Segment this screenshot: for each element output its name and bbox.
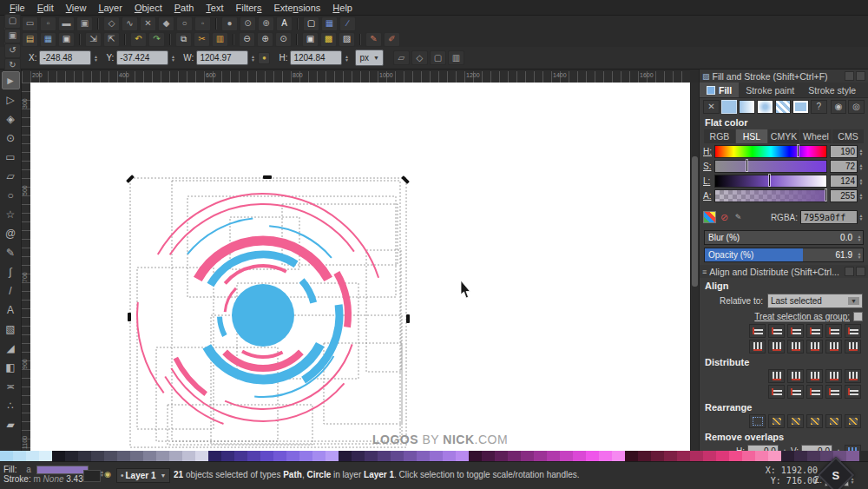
- panel-close-icon[interactable]: [856, 71, 865, 81]
- palette-swatch[interactable]: [104, 451, 117, 461]
- palette-swatch[interactable]: [182, 451, 195, 461]
- palette-swatch[interactable]: [365, 451, 378, 461]
- logo-arc[interactable]: [304, 305, 339, 380]
- opacity-spinner[interactable]: ▲▼: [856, 248, 863, 262]
- snap-object-centers-icon[interactable]: ⊙: [240, 17, 256, 31]
- palette-swatch[interactable]: [664, 451, 677, 461]
- tool-calligraphy[interactable]: /: [2, 281, 20, 300]
- rgba-input[interactable]: [800, 210, 858, 224]
- palette-swatch[interactable]: [456, 451, 469, 461]
- align-right-to-anchor-left-button[interactable]: [749, 324, 766, 338]
- palette-swatch[interactable]: [52, 451, 65, 461]
- palette-swatch[interactable]: [117, 451, 130, 461]
- tool-zoom[interactable]: ⊙: [2, 129, 20, 147]
- tool-pencil[interactable]: ✎: [2, 243, 20, 261]
- horizontal-ruler[interactable]: 2004006008001000120014001600: [22, 71, 690, 83]
- no-paint-button[interactable]: ✕: [703, 100, 720, 114]
- logo-arc[interactable]: [207, 345, 320, 380]
- a-slider[interactable]: [714, 189, 827, 202]
- select-all-icon[interactable]: ▢: [4, 14, 21, 29]
- logo-arc[interactable]: [302, 281, 314, 303]
- palette-swatch[interactable]: [807, 451, 820, 461]
- color-picker-icon[interactable]: ✎: [733, 212, 744, 222]
- h-spinner[interactable]: ▲▼: [858, 144, 865, 159]
- menu-filters[interactable]: Filters: [230, 2, 268, 14]
- logo-center-circle[interactable]: [232, 284, 294, 347]
- logo-arc[interactable]: [220, 317, 225, 336]
- cut-icon[interactable]: ✂: [194, 32, 210, 47]
- unclump-objects-button[interactable]: [845, 414, 861, 428]
- zoom-drawing-icon[interactable]: ⊖: [239, 32, 255, 47]
- distribute-right-edges-button[interactable]: [806, 369, 823, 383]
- tool-rectangle[interactable]: ▭: [2, 148, 20, 166]
- palette-swatch[interactable]: [495, 451, 508, 461]
- palette-swatch[interactable]: [794, 451, 807, 461]
- tool-selector[interactable]: ►: [2, 71, 20, 89]
- palette-swatch[interactable]: [221, 451, 234, 461]
- menu-layer[interactable]: Layer: [92, 2, 128, 14]
- opacity-entry[interactable]: [83, 470, 101, 482]
- mode-tab-hsl[interactable]: HSL: [736, 129, 767, 143]
- panel-float-icon[interactable]: [845, 267, 854, 276]
- tool-spray[interactable]: ∴: [2, 396, 20, 414]
- scrollbar-thumb[interactable]: [692, 156, 698, 287]
- fill-rule-nonzero-icon[interactable]: ◉: [831, 100, 847, 114]
- align-left-edges-button[interactable]: [768, 324, 785, 338]
- menu-extensions[interactable]: Extensions: [268, 2, 327, 14]
- palette-swatch[interactable]: [716, 451, 729, 461]
- palette-swatch[interactable]: [208, 451, 221, 461]
- linear-gradient-button[interactable]: [739, 100, 755, 114]
- tab-stroke-paint[interactable]: Stroke paint: [739, 83, 801, 97]
- palette-swatch[interactable]: [729, 451, 742, 461]
- palette-swatch[interactable]: [781, 451, 794, 461]
- snap-cusp-nodes-icon[interactable]: ◆: [158, 17, 174, 31]
- selection-handle[interactable]: [401, 175, 410, 184]
- relative-to-select[interactable]: Last selected ▼: [767, 294, 863, 308]
- tab-stroke-style[interactable]: Stroke style: [801, 83, 863, 97]
- exchange-in-selection-order-button[interactable]: [768, 414, 785, 428]
- copy-icon[interactable]: ⧉: [175, 32, 192, 47]
- palette-swatch[interactable]: [417, 451, 430, 461]
- palette-swatch[interactable]: [247, 451, 260, 461]
- a-value-input[interactable]: [830, 189, 858, 202]
- palette-swatch[interactable]: [521, 451, 534, 461]
- mode-tab-rgb[interactable]: RGB: [704, 129, 735, 143]
- snap-guide-icon[interactable]: ∕: [339, 17, 356, 31]
- palette-swatch[interactable]: [169, 451, 182, 461]
- logo-arc[interactable]: [225, 352, 301, 368]
- rotate-ccw-icon[interactable]: ↺: [4, 43, 21, 58]
- lock-ratio-icon[interactable]: ●: [258, 52, 270, 64]
- palette-swatch[interactable]: [573, 451, 586, 461]
- logo-arc[interactable]: [242, 352, 283, 357]
- snap-page-border-icon[interactable]: ▢: [303, 17, 319, 31]
- palette-swatch[interactable]: [65, 451, 78, 461]
- a-spinner[interactable]: ▲▼: [858, 188, 865, 203]
- align-bottom-edges-button[interactable]: [806, 340, 823, 354]
- align-bottom-to-anchor-top-button[interactable]: [749, 340, 766, 354]
- palette-swatch[interactable]: [638, 451, 651, 461]
- tool-connector[interactable]: ≍: [2, 377, 20, 395]
- s-value-input[interactable]: [830, 160, 858, 173]
- palette-swatch[interactable]: [339, 451, 352, 461]
- palette-swatch[interactable]: [326, 451, 339, 461]
- palette-swatch[interactable]: [469, 451, 482, 461]
- h-spinner[interactable]: ▲▼: [343, 50, 350, 65]
- tool-text[interactable]: A: [2, 301, 20, 319]
- menu-view[interactable]: View: [60, 2, 93, 14]
- palette-swatch[interactable]: [299, 451, 312, 461]
- clone-icon[interactable]: ▩: [320, 32, 337, 47]
- palette-swatch[interactable]: [156, 451, 169, 461]
- canvas[interactable]: LOGOS BY NICK.COM: [30, 83, 690, 451]
- undo-icon[interactable]: ↶: [130, 32, 147, 47]
- palette-swatch[interactable]: [651, 451, 664, 461]
- logo-arc[interactable]: [175, 358, 206, 394]
- align-top-to-anchor-bottom-button[interactable]: [825, 340, 842, 354]
- snap-nodes-icon[interactable]: ◇: [103, 17, 120, 31]
- tool-spiral[interactable]: @: [2, 224, 20, 242]
- tool-dropper[interactable]: ◢: [2, 339, 20, 357]
- blur-spinner[interactable]: ▲▼: [856, 230, 863, 245]
- palette-swatch[interactable]: [677, 451, 690, 461]
- radial-gradient-button[interactable]: [757, 100, 773, 114]
- y-spinner[interactable]: ▲▼: [169, 50, 176, 65]
- distribute-centers-horizontal-button[interactable]: [787, 369, 804, 383]
